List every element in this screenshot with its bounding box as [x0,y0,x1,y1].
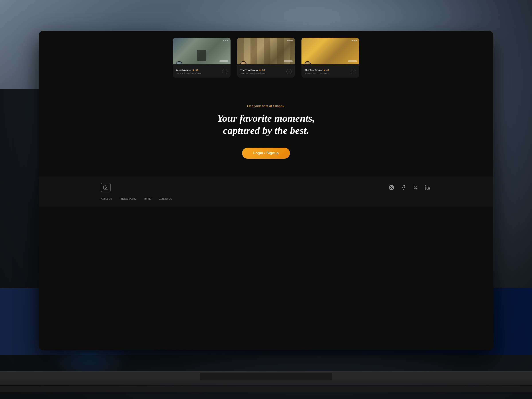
dot [289,40,291,41]
card-photo-2 [237,38,295,64]
login-signup-button[interactable]: Login / Signup [242,148,290,159]
footer-socials [388,184,431,191]
card-body-3: The Trio Group ★ 4.5 Starts at $3000 | 3… [301,64,359,78]
svg-point-5 [392,186,393,187]
card-info-2: The Trio Group ★ 4.5 Starts at $3000 | 3… [240,69,286,75]
svg-rect-6 [425,187,426,190]
instagram-icon[interactable] [388,184,395,191]
hero-headline: Your favorite moments, captured by the b… [39,112,493,137]
dot [291,40,293,41]
card-photo-3 [301,38,359,64]
photographer-avatar-3 [304,61,311,64]
svg-rect-2 [105,185,106,186]
svg-rect-3 [389,185,393,190]
footer-logo [101,183,111,192]
card-arrow-button[interactable]: → [351,69,356,74]
photographer-avatar-2 [240,61,247,64]
rating-value: 4.5 [262,69,265,71]
camera-icon [103,185,108,190]
name-text: The Trio Group [304,69,322,71]
x-twitter-icon[interactable] [412,184,419,191]
footer: About Us Privacy Policy Terms Contact Us [39,177,493,207]
card-body-1: Ansel Adams ★ 4.5 Starts at $3000 | 200 … [173,64,231,78]
rating-value: 4.5 [196,69,198,71]
price-info: Starts at $3000 | 200 shoots [176,72,222,75]
footer-link-contact[interactable]: Contact Us [159,197,172,200]
avatar-image [305,62,310,64]
star-icon: ★ [323,69,325,71]
photographer-name: Ansel Adams ★ 4.5 [176,69,222,71]
svg-point-4 [390,187,392,189]
dot [225,40,226,41]
svg-point-1 [105,187,107,189]
linkedin-icon[interactable] [424,184,431,191]
avatar-image [177,62,182,64]
photographer-name: The Trio Group ★ 4.5 [240,69,286,71]
footer-top [101,183,431,192]
laptop-shell: Ansel Adams ★ 4.5 Starts at $3000 | 200 … [39,31,493,350]
card-arrow-button[interactable]: → [286,69,292,74]
name-text: Ansel Adams [176,69,191,71]
dot [355,40,357,41]
trackpad [200,372,332,380]
footer-link-privacy[interactable]: Privacy Policy [120,197,136,200]
hero-headline-line1: Your favorite moments, [39,112,493,124]
star-icon: ★ [259,69,261,71]
hero-headline-line2: captured by the best. [39,124,493,137]
footer-link-terms[interactable]: Terms [144,197,151,200]
screen: Ansel Adams ★ 4.5 Starts at $3000 | 200 … [39,31,493,350]
dot [354,40,355,41]
keyboard-bar [0,371,532,385]
bottom-bar [0,386,532,392]
photographer-card[interactable]: Ansel Adams ★ 4.5 Starts at $3000 | 200 … [173,38,231,78]
card-info-3: The Trio Group ★ 4.5 Starts at $3000 | 3… [304,69,351,75]
card-photo-1 [173,38,231,64]
avatar-image [241,62,246,64]
footer-link-about[interactable]: About Us [101,197,112,200]
card-image-detail [197,50,206,61]
price-info: Starts at $3000 | 340 shoots [240,72,286,75]
card-image-dots [287,40,293,41]
card-arrow-button[interactable]: → [222,69,228,74]
footer-nav: About Us Privacy Policy Terms Contact Us [101,197,431,200]
dot [287,40,289,41]
facebook-icon[interactable] [400,184,407,191]
card-info-1: Ansel Adams ★ 4.5 Starts at $3000 | 200 … [176,69,222,75]
rating-value: 4.5 [326,69,329,71]
photographer-card[interactable]: The Trio Group ★ 4.5 Starts at $3000 | 3… [237,38,295,78]
dot [227,40,228,41]
price-info: Starts at $3000 | 340 shoots [304,72,351,75]
card-image-dots [223,40,228,41]
hero-section: Find your best at Snappy. Your favorite … [39,91,493,177]
card-body-2: The Trio Group ★ 4.5 Starts at $3000 | 3… [237,64,295,78]
svg-point-7 [425,185,426,186]
star-icon: ★ [192,69,194,71]
card-image-dots [352,40,357,41]
name-text: The Trio Group [240,69,258,71]
photographer-name: The Trio Group ★ 4.5 [304,69,351,71]
photographer-avatar-1 [176,61,182,64]
svg-rect-0 [103,186,108,189]
photographer-card[interactable]: The Trio Group ★ 4.5 Starts at $3000 | 3… [301,38,359,78]
dot [223,40,224,41]
dot [352,40,353,41]
photographer-cards-section: Ansel Adams ★ 4.5 Starts at $3000 | 200 … [39,31,493,91]
hero-tagline: Find your best at Snappy. [39,104,493,108]
